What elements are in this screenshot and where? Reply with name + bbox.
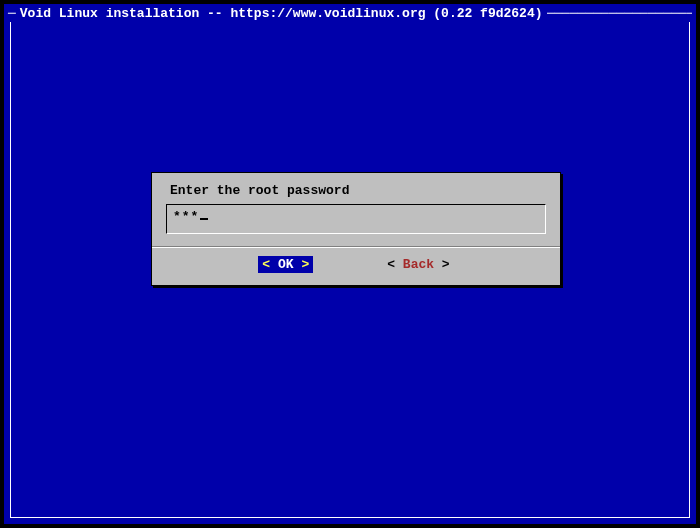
- password-dialog: Enter the root password *** < OK > < Bac…: [151, 172, 561, 286]
- text-cursor: [200, 218, 208, 220]
- title-bar: ─ Void Linux installation -- https://www…: [4, 4, 696, 22]
- dialog-container: Enter the root password *** < OK > < Bac…: [151, 172, 561, 286]
- bracket-left: <: [387, 257, 395, 272]
- ok-label: OK: [278, 257, 294, 272]
- chevron-left-icon: <: [262, 257, 270, 272]
- dialog-buttons: < OK > < Back >: [164, 256, 548, 275]
- installer-screen: ─ Void Linux installation -- https://www…: [4, 4, 696, 524]
- bracket-right: >: [442, 257, 450, 272]
- title-dash-right: ────────────────────────────────────────…: [547, 6, 693, 21]
- title-text: Void Linux installation -- https://www.v…: [20, 6, 543, 21]
- back-rest: ack: [411, 257, 434, 272]
- root-password-input[interactable]: ***: [166, 204, 546, 234]
- title-dash-left: ─: [8, 6, 16, 21]
- separator: [152, 246, 560, 248]
- ok-button[interactable]: < OK >: [258, 256, 313, 273]
- back-button[interactable]: < Back >: [383, 256, 453, 273]
- prompt-label: Enter the root password: [170, 183, 542, 198]
- chevron-right-icon: >: [301, 257, 309, 272]
- password-mask: ***: [173, 209, 199, 224]
- back-hotkey: B: [403, 257, 411, 272]
